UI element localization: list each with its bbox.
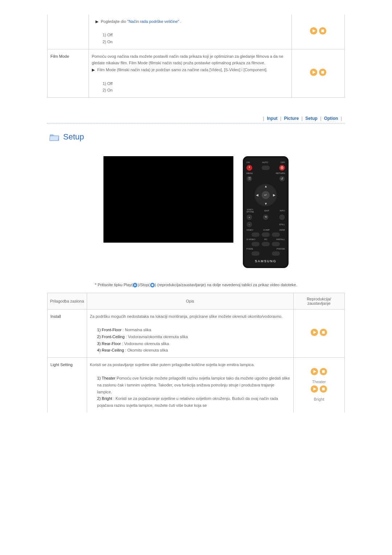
theater-label: Theater [297, 378, 342, 385]
video-button[interactable] [252, 232, 260, 237]
stop-icon[interactable] [319, 27, 327, 35]
svg-rect-8 [249, 166, 250, 168]
instruction-text: * Pritisnite tipku Play()/Stop() (reprod… [47, 283, 345, 288]
hdmi-button[interactable] [272, 232, 280, 237]
pc-button[interactable] [262, 242, 270, 246]
film-mode-label: Film Mode [48, 49, 89, 97]
play-icon[interactable] [310, 328, 318, 336]
size-mode-prefix: Pogledajte dio [101, 19, 127, 24]
film-mode-desc2: Film Mode (filmski način rada) je podrža… [97, 68, 268, 72]
install-button[interactable] [272, 242, 280, 246]
svg-rect-3 [322, 29, 324, 32]
film-option-off: 1) Off [92, 80, 289, 87]
size-option-off: 1) Off [92, 32, 289, 39]
exit-button[interactable]: ⟲ [263, 214, 269, 220]
play-icon[interactable] [310, 27, 318, 35]
svg-rect-7 [322, 71, 324, 73]
stop-icon[interactable] [319, 328, 327, 336]
remote-control: ONAUTOOFF MENURETURN ☰ ↺ ▲ ▼ ◀ ▶ ↵ V [243, 156, 289, 268]
size-option-on: 2) On [92, 39, 289, 45]
stop-icon[interactable] [319, 68, 327, 76]
size-mode-link[interactable]: "Način rada podrške veličine" [127, 19, 179, 24]
pmode-button[interactable] [272, 251, 280, 256]
play-icon [132, 283, 138, 288]
play-stop-controls[interactable] [310, 68, 327, 76]
play-icon[interactable] [310, 385, 318, 393]
psize-button[interactable] [252, 251, 260, 256]
stop-icon[interactable] [319, 368, 327, 376]
section-nav: | Input | Picture | Setup | Option | [47, 112, 345, 123]
svg-rect-10 [282, 166, 282, 167]
size-mode-suffix: . [180, 19, 181, 24]
svg-rect-14 [151, 284, 153, 286]
stop-icon[interactable] [319, 385, 327, 393]
nav-setup[interactable]: Setup [305, 116, 317, 121]
play-stop-controls-bright[interactable] [310, 385, 327, 393]
install-desc: Za podršku mogućih nedostataka na lokaci… [90, 314, 283, 319]
svideo-button[interactable] [252, 242, 260, 246]
power-off-button[interactable] [279, 165, 285, 171]
dpad-ok-button[interactable]: ↵ [262, 191, 270, 199]
col-header-adjust: Prilagodba zaslona [48, 293, 87, 309]
play-stop-controls[interactable] [310, 328, 327, 336]
film-mode-desc1: Pomoću ovog načina rada možete postaviti… [92, 54, 283, 65]
dpad[interactable]: ▲ ▼ ◀ ▶ ↵ [254, 183, 278, 207]
nav-option[interactable]: Option [324, 116, 338, 121]
remote-brand: SAMSUNG [246, 259, 286, 263]
svg-rect-22 [322, 370, 325, 373]
light-setting-desc: Koristi se za postavljanje svjetline sli… [90, 362, 255, 367]
preview-screen [103, 156, 233, 243]
dpad-down-icon[interactable]: ▼ [264, 202, 268, 206]
setup-folder-icon [49, 133, 60, 141]
dpad-up-icon[interactable]: ▲ [264, 185, 268, 188]
play-stop-controls[interactable] [310, 27, 327, 35]
setup-heading: Setup [63, 132, 84, 142]
return-button[interactable]: ↺ [279, 176, 285, 182]
film-option-on: 2) On [92, 87, 289, 94]
menu-button[interactable]: ☰ [246, 176, 252, 182]
arrow-bullet-icon: ▶ [95, 19, 98, 24]
arrow-bullet-icon: ▶ [92, 68, 95, 72]
keystone-plus-button[interactable]: + [246, 214, 252, 220]
play-stop-controls-theater[interactable] [310, 368, 327, 376]
light-setting-label: Light Setting [48, 358, 87, 413]
nav-picture[interactable]: Picture [284, 116, 299, 121]
nav-input[interactable]: Input [267, 116, 277, 121]
bright-label: Bright [297, 396, 342, 403]
dpad-left-icon[interactable]: ◀ [256, 193, 258, 197]
col-header-play: Reprodukcija/ zaustavljanje [293, 293, 344, 309]
comp-button[interactable] [262, 232, 270, 237]
power-on-button[interactable] [246, 165, 252, 171]
svg-rect-26 [322, 388, 325, 390]
play-icon[interactable] [310, 368, 318, 376]
stop-icon [150, 283, 155, 288]
picture-settings-table: ▶ Pogledajte dio "Način rada podrške vel… [47, 15, 345, 98]
install-label: Install [48, 309, 87, 357]
setup-settings-table: Prilagodba zaslona Opis Reprodukcija/ za… [47, 293, 345, 413]
play-icon[interactable] [310, 68, 318, 76]
dpad-right-icon[interactable]: ▶ [273, 193, 275, 197]
divider [47, 123, 345, 123]
info-button[interactable] [279, 214, 285, 220]
svg-rect-18 [322, 331, 325, 333]
auto-button[interactable] [262, 166, 270, 170]
keystone-minus-button[interactable]: − [246, 222, 252, 227]
col-header-desc: Opis [87, 293, 293, 309]
